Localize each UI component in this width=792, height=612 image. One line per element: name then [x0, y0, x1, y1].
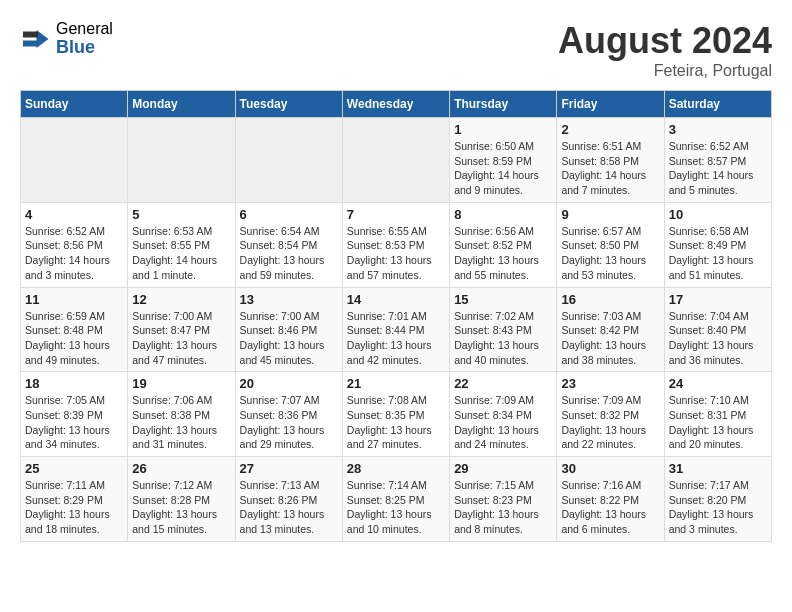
day-cell: 7Sunrise: 6:55 AM Sunset: 8:53 PM Daylig… [342, 202, 449, 287]
day-info: Sunrise: 7:10 AM Sunset: 8:31 PM Dayligh… [669, 393, 767, 452]
day-info: Sunrise: 7:13 AM Sunset: 8:26 PM Dayligh… [240, 478, 338, 537]
day-info: Sunrise: 6:56 AM Sunset: 8:52 PM Dayligh… [454, 224, 552, 283]
header-row: SundayMondayTuesdayWednesdayThursdayFrid… [21, 91, 772, 118]
day-number: 16 [561, 292, 659, 307]
day-cell: 16Sunrise: 7:03 AM Sunset: 8:42 PM Dayli… [557, 287, 664, 372]
day-info: Sunrise: 7:08 AM Sunset: 8:35 PM Dayligh… [347, 393, 445, 452]
day-number: 24 [669, 376, 767, 391]
logo-text: General Blue [56, 20, 113, 57]
day-number: 5 [132, 207, 230, 222]
day-info: Sunrise: 7:17 AM Sunset: 8:20 PM Dayligh… [669, 478, 767, 537]
day-number: 10 [669, 207, 767, 222]
day-cell: 22Sunrise: 7:09 AM Sunset: 8:34 PM Dayli… [450, 372, 557, 457]
day-number: 28 [347, 461, 445, 476]
day-cell: 5Sunrise: 6:53 AM Sunset: 8:55 PM Daylig… [128, 202, 235, 287]
day-number: 18 [25, 376, 123, 391]
day-info: Sunrise: 7:07 AM Sunset: 8:36 PM Dayligh… [240, 393, 338, 452]
day-cell: 17Sunrise: 7:04 AM Sunset: 8:40 PM Dayli… [664, 287, 771, 372]
day-cell [128, 118, 235, 203]
day-number: 22 [454, 376, 552, 391]
day-number: 14 [347, 292, 445, 307]
main-title: August 2024 [558, 20, 772, 62]
day-info: Sunrise: 7:16 AM Sunset: 8:22 PM Dayligh… [561, 478, 659, 537]
col-header-sunday: Sunday [21, 91, 128, 118]
logo-blue: Blue [56, 38, 113, 58]
day-cell: 25Sunrise: 7:11 AM Sunset: 8:29 PM Dayli… [21, 457, 128, 542]
day-number: 25 [25, 461, 123, 476]
day-info: Sunrise: 7:02 AM Sunset: 8:43 PM Dayligh… [454, 309, 552, 368]
week-row-2: 4Sunrise: 6:52 AM Sunset: 8:56 PM Daylig… [21, 202, 772, 287]
logo-icon [20, 24, 50, 54]
day-info: Sunrise: 6:52 AM Sunset: 8:57 PM Dayligh… [669, 139, 767, 198]
day-number: 1 [454, 122, 552, 137]
day-number: 31 [669, 461, 767, 476]
calendar-table: SundayMondayTuesdayWednesdayThursdayFrid… [20, 90, 772, 542]
col-header-wednesday: Wednesday [342, 91, 449, 118]
col-header-saturday: Saturday [664, 91, 771, 118]
day-info: Sunrise: 6:52 AM Sunset: 8:56 PM Dayligh… [25, 224, 123, 283]
week-row-3: 11Sunrise: 6:59 AM Sunset: 8:48 PM Dayli… [21, 287, 772, 372]
day-cell: 30Sunrise: 7:16 AM Sunset: 8:22 PM Dayli… [557, 457, 664, 542]
day-cell: 9Sunrise: 6:57 AM Sunset: 8:50 PM Daylig… [557, 202, 664, 287]
day-info: Sunrise: 6:50 AM Sunset: 8:59 PM Dayligh… [454, 139, 552, 198]
title-block: August 2024 Feteira, Portugal [558, 20, 772, 80]
day-info: Sunrise: 7:09 AM Sunset: 8:34 PM Dayligh… [454, 393, 552, 452]
day-info: Sunrise: 7:00 AM Sunset: 8:46 PM Dayligh… [240, 309, 338, 368]
day-cell: 1Sunrise: 6:50 AM Sunset: 8:59 PM Daylig… [450, 118, 557, 203]
day-cell [235, 118, 342, 203]
subtitle: Feteira, Portugal [558, 62, 772, 80]
day-cell: 8Sunrise: 6:56 AM Sunset: 8:52 PM Daylig… [450, 202, 557, 287]
day-number: 8 [454, 207, 552, 222]
svg-rect-2 [23, 31, 38, 37]
day-info: Sunrise: 6:58 AM Sunset: 8:49 PM Dayligh… [669, 224, 767, 283]
week-row-1: 1Sunrise: 6:50 AM Sunset: 8:59 PM Daylig… [21, 118, 772, 203]
day-number: 21 [347, 376, 445, 391]
svg-rect-3 [23, 40, 38, 46]
day-info: Sunrise: 6:57 AM Sunset: 8:50 PM Dayligh… [561, 224, 659, 283]
day-number: 30 [561, 461, 659, 476]
day-info: Sunrise: 7:12 AM Sunset: 8:28 PM Dayligh… [132, 478, 230, 537]
day-cell: 27Sunrise: 7:13 AM Sunset: 8:26 PM Dayli… [235, 457, 342, 542]
day-cell [21, 118, 128, 203]
day-cell: 26Sunrise: 7:12 AM Sunset: 8:28 PM Dayli… [128, 457, 235, 542]
day-cell: 6Sunrise: 6:54 AM Sunset: 8:54 PM Daylig… [235, 202, 342, 287]
day-info: Sunrise: 7:00 AM Sunset: 8:47 PM Dayligh… [132, 309, 230, 368]
day-cell: 11Sunrise: 6:59 AM Sunset: 8:48 PM Dayli… [21, 287, 128, 372]
day-number: 19 [132, 376, 230, 391]
day-number: 29 [454, 461, 552, 476]
day-cell: 12Sunrise: 7:00 AM Sunset: 8:47 PM Dayli… [128, 287, 235, 372]
day-info: Sunrise: 7:04 AM Sunset: 8:40 PM Dayligh… [669, 309, 767, 368]
col-header-friday: Friday [557, 91, 664, 118]
day-info: Sunrise: 7:01 AM Sunset: 8:44 PM Dayligh… [347, 309, 445, 368]
day-number: 11 [25, 292, 123, 307]
day-cell [342, 118, 449, 203]
day-cell: 2Sunrise: 6:51 AM Sunset: 8:58 PM Daylig… [557, 118, 664, 203]
day-cell: 20Sunrise: 7:07 AM Sunset: 8:36 PM Dayli… [235, 372, 342, 457]
day-cell: 3Sunrise: 6:52 AM Sunset: 8:57 PM Daylig… [664, 118, 771, 203]
day-info: Sunrise: 6:55 AM Sunset: 8:53 PM Dayligh… [347, 224, 445, 283]
day-number: 15 [454, 292, 552, 307]
day-number: 6 [240, 207, 338, 222]
day-info: Sunrise: 7:03 AM Sunset: 8:42 PM Dayligh… [561, 309, 659, 368]
col-header-tuesday: Tuesday [235, 91, 342, 118]
day-cell: 21Sunrise: 7:08 AM Sunset: 8:35 PM Dayli… [342, 372, 449, 457]
day-cell: 4Sunrise: 6:52 AM Sunset: 8:56 PM Daylig… [21, 202, 128, 287]
day-number: 23 [561, 376, 659, 391]
day-number: 2 [561, 122, 659, 137]
day-number: 7 [347, 207, 445, 222]
day-number: 27 [240, 461, 338, 476]
day-cell: 29Sunrise: 7:15 AM Sunset: 8:23 PM Dayli… [450, 457, 557, 542]
col-header-thursday: Thursday [450, 91, 557, 118]
day-number: 3 [669, 122, 767, 137]
day-info: Sunrise: 7:15 AM Sunset: 8:23 PM Dayligh… [454, 478, 552, 537]
day-info: Sunrise: 6:59 AM Sunset: 8:48 PM Dayligh… [25, 309, 123, 368]
day-info: Sunrise: 6:51 AM Sunset: 8:58 PM Dayligh… [561, 139, 659, 198]
day-cell: 28Sunrise: 7:14 AM Sunset: 8:25 PM Dayli… [342, 457, 449, 542]
day-info: Sunrise: 6:53 AM Sunset: 8:55 PM Dayligh… [132, 224, 230, 283]
day-info: Sunrise: 7:09 AM Sunset: 8:32 PM Dayligh… [561, 393, 659, 452]
day-info: Sunrise: 7:14 AM Sunset: 8:25 PM Dayligh… [347, 478, 445, 537]
day-number: 13 [240, 292, 338, 307]
day-cell: 24Sunrise: 7:10 AM Sunset: 8:31 PM Dayli… [664, 372, 771, 457]
day-cell: 31Sunrise: 7:17 AM Sunset: 8:20 PM Dayli… [664, 457, 771, 542]
day-info: Sunrise: 6:54 AM Sunset: 8:54 PM Dayligh… [240, 224, 338, 283]
